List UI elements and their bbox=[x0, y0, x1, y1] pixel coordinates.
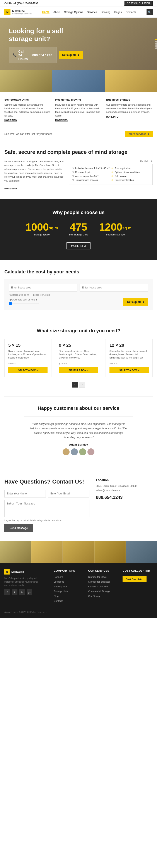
search-button[interactable]: 🔍 bbox=[147, 9, 153, 15]
footer-link-climate[interactable]: Climate Controlled bbox=[88, 584, 118, 589]
more-services-btn[interactable]: More services ■ bbox=[125, 131, 153, 137]
cost-slider[interactable] bbox=[9, 302, 39, 305]
storage-size-section: What size storage unit do you need? 5 × … bbox=[0, 319, 157, 397]
service-more-3[interactable]: MORE INFO bbox=[106, 116, 119, 118]
nav-link-home[interactable]: Home bbox=[42, 10, 49, 14]
why-us-more-btn[interactable]: MORE INFO bbox=[66, 242, 91, 249]
size-desc-2: Store a couple of pieces of large furnit… bbox=[59, 349, 98, 360]
check-icon-8: ☑ bbox=[112, 179, 114, 182]
footer-link-commercial[interactable]: Commercial Storage bbox=[88, 589, 118, 594]
footer-link-locations[interactable]: Locations bbox=[54, 579, 84, 584]
contact-info: 8856, Lorem Street, Chicago IL 30000 adm… bbox=[96, 484, 153, 493]
logo-name: MaxCube bbox=[12, 9, 32, 13]
calc-info-row: Approximate cost of rent, $ Get a quote … bbox=[9, 298, 148, 306]
footer-link-storage-units[interactable]: Storage Units bbox=[54, 589, 84, 594]
contact-message-input[interactable] bbox=[4, 500, 89, 517]
social-google-icon[interactable]: g+ bbox=[27, 589, 32, 595]
next-page-btn[interactable]: › bbox=[79, 382, 85, 388]
avatar-4 bbox=[88, 448, 94, 455]
size-1: 5 × 15 bbox=[8, 343, 48, 348]
why-us-title: Why people choose us bbox=[6, 210, 151, 215]
topbar: Call Us +1 (800) 123-456-7890 COST CALCU… bbox=[0, 0, 157, 7]
select-box-btn-2[interactable]: SELECT A BOX > bbox=[59, 367, 98, 373]
habitable-area-input[interactable] bbox=[9, 284, 77, 291]
service-item-3: Business Storage Our company offers secu… bbox=[106, 98, 153, 122]
select-box-btn-1[interactable]: SELECT A BOX > bbox=[8, 367, 48, 373]
footer-logo-name: MaxCube bbox=[11, 570, 24, 574]
image-row bbox=[0, 70, 157, 92]
footer-calc-title: COST CALCULATOR bbox=[123, 569, 153, 572]
side-dot-1[interactable] bbox=[155, 39, 157, 40]
avatar-2 bbox=[71, 448, 78, 455]
social-twitter-icon[interactable]: t bbox=[12, 589, 18, 595]
side-dot-3[interactable] bbox=[155, 43, 157, 45]
nav-link-booking[interactable]: Booking bbox=[101, 11, 110, 14]
side-dot-2[interactable] bbox=[155, 41, 157, 42]
footer-link-storage-business[interactable]: Storage for Business bbox=[88, 579, 118, 584]
footer-link-partners[interactable]: Partners bbox=[54, 575, 84, 579]
hero-quote-btn[interactable]: Get a quote ■ bbox=[59, 51, 83, 59]
service-item-1: Self Storage Units Self-storage faciliti… bbox=[4, 98, 51, 122]
footer-calc-btn[interactable]: Cost Calculator bbox=[123, 576, 146, 582]
benefit-3: ☐ Access to your box 24/7 bbox=[72, 175, 110, 178]
social-linkedin-icon[interactable]: in bbox=[19, 589, 25, 595]
contact-email-input[interactable] bbox=[48, 490, 89, 497]
testimonial-title: Happy customers about our service bbox=[4, 405, 153, 411]
benefit-4: ☐ Transportation services bbox=[72, 179, 110, 182]
service-title-1: Self Storage Units bbox=[4, 98, 51, 101]
service-more-2[interactable]: MORE INFO bbox=[55, 119, 68, 122]
size-card-1: 5 × 15 Store a couple of pieces of large… bbox=[4, 339, 52, 377]
side-dot-4[interactable] bbox=[155, 45, 157, 47]
footer-link-packing[interactable]: Packing Tips bbox=[54, 584, 84, 589]
nav-link-services[interactable]: Services bbox=[87, 11, 97, 14]
testimonial-quote: "I can't say enough good things about ou… bbox=[29, 422, 128, 440]
more-services-bar: See what we can offer just for your need… bbox=[0, 128, 157, 140]
footer-link-car[interactable]: Car Storage bbox=[88, 594, 118, 598]
lease-term-input[interactable] bbox=[80, 284, 148, 291]
stat-3: 1200sq.m Business Storage bbox=[99, 222, 131, 236]
footer-link-contacts[interactable]: Contacts bbox=[54, 598, 84, 603]
cost-calculator-topbar-btn[interactable]: COST CALCULATOR bbox=[124, 1, 153, 6]
peace-more-link[interactable]: MORE INFO bbox=[4, 187, 17, 190]
social-facebook-icon[interactable]: f bbox=[4, 589, 10, 595]
nav-logo: N MaxCube Self Storage Solutions bbox=[4, 9, 32, 15]
benefit-2: ☐ Reasonable price bbox=[72, 171, 110, 174]
benefit-1: ☐ Individual boxes of 1.1 m2 to 40 m2 bbox=[72, 167, 110, 170]
service-desc-3: Our company offers secure, spacious and … bbox=[106, 103, 153, 114]
testimonial-section: Happy customers about our service "I can… bbox=[0, 397, 157, 470]
nav-link-about[interactable]: About bbox=[54, 11, 60, 14]
logo-sub: Self Storage Solutions bbox=[12, 13, 32, 15]
prev-page-btn[interactable]: ‹ bbox=[72, 382, 78, 388]
gallery-section bbox=[0, 541, 157, 563]
side-dot-5[interactable] bbox=[155, 48, 157, 49]
send-message-btn[interactable]: Send Message bbox=[4, 524, 33, 532]
footer-link-storage-move[interactable]: Storage for Move bbox=[88, 575, 118, 579]
contact-name-input[interactable] bbox=[4, 490, 46, 497]
check-icon-6: ☑ bbox=[112, 171, 114, 174]
footer-brand-col: N MaxCube MaxCube provides top quality s… bbox=[4, 569, 50, 603]
service-desc-1: Self-storage facilities are available to… bbox=[4, 103, 51, 117]
check-icon-7: ☑ bbox=[112, 175, 114, 178]
contact-form-area: Have Questions? Contact Us! I agree that… bbox=[4, 478, 89, 532]
stat-label-1: Storage Space bbox=[26, 233, 58, 236]
phone-icon: 📞 bbox=[13, 53, 17, 57]
why-us-section: Why people choose us 1000sq.m Storage Sp… bbox=[0, 199, 157, 260]
nav-link-storage-options[interactable]: Storage Options bbox=[64, 11, 83, 14]
check-icon-5: ☑ bbox=[112, 167, 114, 170]
footer-link-blog[interactable]: Blog bbox=[54, 594, 84, 598]
footer-grid: N MaxCube MaxCube provides top quality s… bbox=[4, 569, 153, 603]
peace-content: It's not a secret that moving can be a s… bbox=[4, 160, 153, 190]
footer-company-col: COMPANY INFO Partners Locations Packing … bbox=[54, 569, 84, 603]
service-desc-2: MaxCube has been helping families with t… bbox=[55, 103, 102, 117]
pagination: ‹ › bbox=[4, 382, 153, 388]
stat-number-2: 475 bbox=[69, 222, 88, 232]
nav-link-contacts[interactable]: Contacts bbox=[126, 11, 136, 14]
testimonial-avatars bbox=[29, 448, 128, 455]
footer-services-title: OUR SERVICES bbox=[88, 569, 118, 572]
calc-quote-btn[interactable]: Get a quote ■ bbox=[123, 298, 148, 306]
footer-services-col: OUR SERVICES Storage for Move Storage fo… bbox=[88, 569, 118, 603]
nav-link-pages[interactable]: Pages bbox=[114, 11, 122, 14]
select-box-btn-3[interactable]: SELECT A BOX > bbox=[109, 367, 149, 373]
service-more-1[interactable]: MORE INFO bbox=[4, 119, 17, 122]
size-3: 12 × 20 bbox=[109, 343, 149, 348]
